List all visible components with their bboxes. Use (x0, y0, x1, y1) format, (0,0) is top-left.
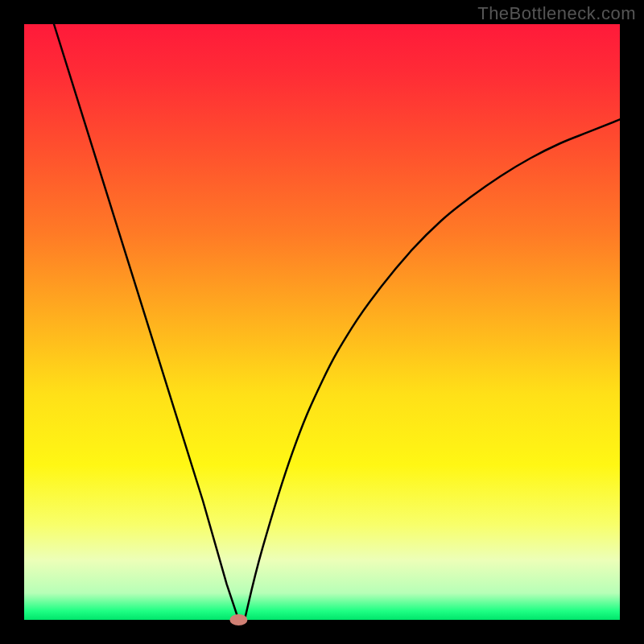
bottleneck-chart (0, 0, 644, 644)
optimal-point-marker (229, 614, 247, 625)
watermark-text: TheBottleneck.com (477, 3, 636, 24)
chart-frame: TheBottleneck.com (0, 0, 644, 644)
plot-background (24, 24, 620, 620)
